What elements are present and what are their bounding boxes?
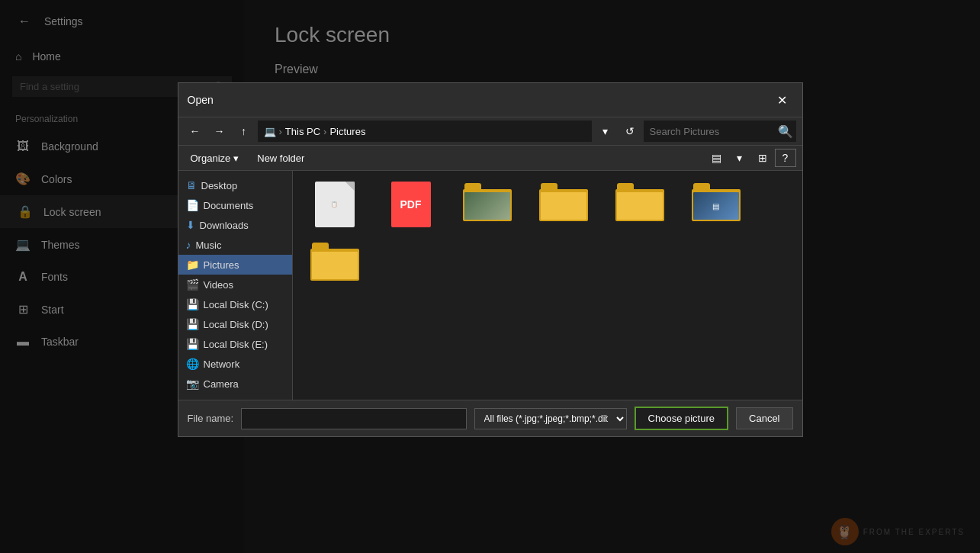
file-item-folder1[interactable] xyxy=(529,178,598,230)
camera-icon: 📷 xyxy=(186,378,199,390)
tree-item-pictures[interactable]: 📁 Pictures xyxy=(178,255,292,275)
organize-button[interactable]: Organize ▾ xyxy=(185,150,246,167)
dialog-body: 🖥 Desktop 📄 Documents ⬇ Downloads ♪ Musi… xyxy=(178,171,802,400)
tree-item-local-d[interactable]: 💾 Local Disk (D:) xyxy=(178,314,292,334)
new-folder-button[interactable]: New folder xyxy=(251,150,310,167)
folder-tree: 🖥 Desktop 📄 Documents ⬇ Downloads ♪ Musi… xyxy=(178,171,293,400)
tree-item-network[interactable]: 🌐 Network xyxy=(178,354,292,374)
document-icon: 📋 xyxy=(315,182,355,227)
tree-item-downloads[interactable]: ⬇ Downloads xyxy=(178,215,292,235)
tree-item-label: Local Disk (C:) xyxy=(204,299,268,310)
dialog-forward-button[interactable]: → xyxy=(209,121,230,142)
disk-c-icon: 💾 xyxy=(186,298,199,310)
folder-icon xyxy=(615,182,664,221)
help-button[interactable]: ? xyxy=(775,149,796,167)
tree-item-documents[interactable]: 📄 Documents xyxy=(178,195,292,215)
organize-dropdown-icon: ▾ xyxy=(233,153,239,164)
tree-item-label: Network xyxy=(204,358,240,370)
photo-folder-icon xyxy=(463,182,512,221)
file-name-label: File name: xyxy=(188,413,234,424)
tree-item-local-c[interactable]: 💾 Local Disk (C:) xyxy=(178,294,292,314)
breadcrumb-icon: 💻 xyxy=(264,126,276,137)
breadcrumb-thispc[interactable]: This PC xyxy=(285,126,320,137)
open-dialog: Open ✕ ← → ↑ 💻 › This PC › Pictures ▾ ↺ … xyxy=(178,82,803,437)
tree-item-label: Desktop xyxy=(201,180,238,191)
tree-item-videos[interactable]: 🎬 Videos xyxy=(178,275,292,294)
dialog-actions-bar: Organize ▾ New folder ▤ ▾ ⊞ ? xyxy=(178,146,802,171)
videos-icon: 🎬 xyxy=(186,278,199,291)
view-grid-button[interactable]: ⊞ xyxy=(752,149,773,167)
search-input-dialog[interactable] xyxy=(650,126,778,137)
file-item-folder2[interactable] xyxy=(606,178,674,230)
file-item-folder4[interactable] xyxy=(300,238,369,284)
network-icon: 🌐 xyxy=(186,358,199,370)
file-item-photo[interactable] xyxy=(453,178,522,230)
view-list-button[interactable]: ▤ xyxy=(706,149,728,167)
tree-item-label: Camera xyxy=(204,378,239,390)
file-item-doc[interactable]: 📋 xyxy=(300,178,369,230)
file-area: 📋 PDF xyxy=(293,171,802,400)
tree-item-local-e[interactable]: 💾 Local Disk (E:) xyxy=(178,334,292,354)
tree-item-label: Videos xyxy=(204,279,234,291)
pdf-icon: PDF xyxy=(391,182,431,227)
file-item-folder3[interactable]: ▤ xyxy=(682,178,750,230)
breadcrumb-pictures[interactable]: Pictures xyxy=(329,126,365,137)
tree-item-desktop[interactable]: 🖥 Desktop xyxy=(178,175,292,195)
breadcrumb-sep2: › xyxy=(323,126,326,137)
downloads-icon: ⬇ xyxy=(186,219,195,231)
dialog-up-button[interactable]: ↑ xyxy=(233,121,255,142)
cancel-button[interactable]: Cancel xyxy=(736,407,792,429)
disk-e-icon: 💾 xyxy=(186,338,199,350)
view-dropdown-button[interactable]: ▾ xyxy=(729,149,750,167)
choose-picture-button[interactable]: Choose picture xyxy=(635,407,728,430)
dialog-close-button[interactable]: ✕ xyxy=(772,89,793,111)
breadcrumb-bar: 💻 › This PC › Pictures xyxy=(258,121,592,142)
dialog-footer: File name: All files (*.jpg;*.jpeg;*.bmp… xyxy=(178,400,802,436)
search-bar: 🔍 xyxy=(644,121,796,142)
tree-item-label: Music xyxy=(196,240,222,251)
tree-item-label: Documents xyxy=(204,200,254,211)
tree-item-music[interactable]: ♪ Music xyxy=(178,235,292,255)
folder-icon xyxy=(539,182,588,221)
tree-item-label: Local Disk (E:) xyxy=(204,339,268,350)
dialog-toolbar: ← → ↑ 💻 › This PC › Pictures ▾ ↺ 🔍 xyxy=(178,117,802,146)
disk-d-icon: 💾 xyxy=(186,318,199,330)
documents-icon: 📄 xyxy=(186,199,199,211)
breadcrumb-sep: › xyxy=(279,126,282,137)
search-icon-dialog: 🔍 xyxy=(778,124,793,139)
file-item-pdf[interactable]: PDF xyxy=(377,178,445,230)
tree-item-label: Pictures xyxy=(204,259,239,271)
organize-label: Organize xyxy=(191,153,231,164)
desktop-icon: 🖥 xyxy=(186,179,197,191)
view-buttons: ▤ ▾ ⊞ ? xyxy=(706,149,796,167)
file-name-input[interactable] xyxy=(241,408,466,429)
refresh-button[interactable]: ↺ xyxy=(619,121,641,142)
tree-item-label: Local Disk (D:) xyxy=(204,319,268,330)
pictures-icon: 📁 xyxy=(186,259,199,271)
tree-item-camera[interactable]: 📷 Camera xyxy=(178,374,292,394)
file-type-select[interactable]: All files (*.jpg;*.jpeg;*.bmp;*.dib;*.pn… xyxy=(474,408,627,429)
dialog-title: Open xyxy=(188,94,214,106)
folder-icon xyxy=(310,241,359,281)
dialog-titlebar: Open ✕ xyxy=(178,83,802,117)
folder-with-img-icon: ▤ xyxy=(692,182,741,221)
dialog-back-button[interactable]: ← xyxy=(185,121,206,142)
tree-item-label: Downloads xyxy=(200,220,249,231)
pdf-label: PDF xyxy=(400,198,422,211)
dialog-overlay: Open ✕ ← → ↑ 💻 › This PC › Pictures ▾ ↺ … xyxy=(0,0,980,553)
breadcrumb-dropdown-button[interactable]: ▾ xyxy=(595,121,616,142)
music-icon: ♪ xyxy=(186,239,191,251)
